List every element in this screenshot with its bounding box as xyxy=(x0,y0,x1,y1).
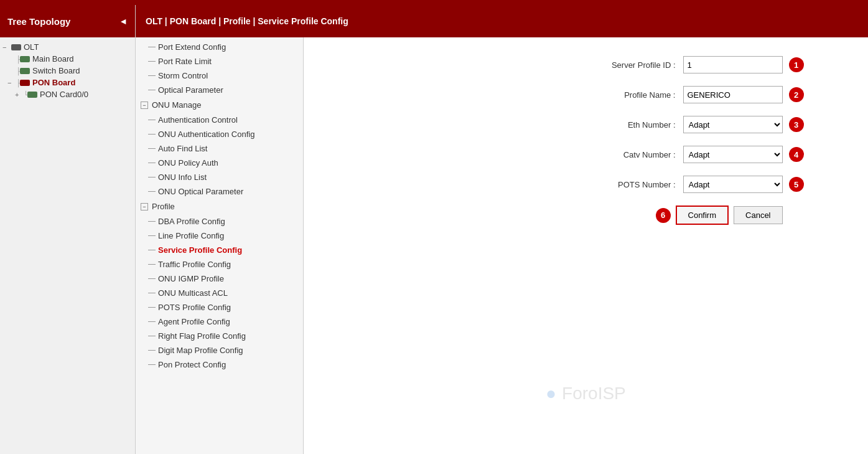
eth-number-label: Eth Number : xyxy=(559,120,683,130)
nav-item-service-profile[interactable]: Service Profile Config xyxy=(136,243,303,257)
breadcrumb: OLT | PON Board | Profile | Service Prof… xyxy=(146,16,348,26)
onu-manage-checkbox[interactable]: − xyxy=(141,102,148,109)
button-row: 6 Confirm Cancel xyxy=(368,206,804,225)
nav-label: Digit Map Profile Config xyxy=(158,346,243,355)
nav-item-digit-map-profile[interactable]: Digit Map Profile Config xyxy=(136,343,303,357)
nav-item-port-extend-config[interactable]: Port Extend Config xyxy=(136,40,303,54)
nav-label: Authentication Control xyxy=(158,115,238,125)
olt-label: OLT xyxy=(24,42,39,52)
nav-label: DBA Profile Config xyxy=(158,217,225,226)
profile-checkbox[interactable]: − xyxy=(141,203,148,210)
pots-number-label: POTS Number : xyxy=(559,180,683,189)
nav-line-icon xyxy=(148,191,156,192)
nav-line-icon xyxy=(148,75,156,76)
nav-section-onu-manage[interactable]: − ONU Manage xyxy=(136,97,303,113)
nav-line-icon xyxy=(148,278,156,279)
step-badge-5: 5 xyxy=(789,177,804,192)
catv-number-label: Catv Number : xyxy=(559,150,683,159)
tree-item-pon-board[interactable]: − ├ PON Board xyxy=(0,77,135,88)
pon-board-icon xyxy=(20,80,30,86)
pon-board-label: PON Board xyxy=(32,78,75,87)
nav-line-icon xyxy=(148,221,156,222)
nav-item-agent-profile[interactable]: Agent Profile Config xyxy=(136,314,303,329)
nav-label: Right Flag Profile Config xyxy=(158,331,246,341)
nav-item-authentication-control[interactable]: Authentication Control xyxy=(136,113,303,127)
pon-card-label: PON Card0/0 xyxy=(40,90,88,99)
eth-number-select[interactable]: Adapt 0 1 2 4 8 xyxy=(683,116,783,133)
sidebar-tree: − OLT ├ Main Board ├ Switch Board − xyxy=(0,37,135,454)
eth-number-row: Eth Number : Adapt 0 1 2 4 8 3 xyxy=(368,116,804,133)
nav-section-label: Profile xyxy=(152,202,175,211)
nav-item-onu-multicast[interactable]: ONU Multicast ACL xyxy=(136,286,303,300)
pon-board-expand-icon: − xyxy=(7,79,16,87)
sidebar-header: Tree Topology ◄ xyxy=(0,5,135,37)
nav-item-pots-profile[interactable]: POTS Profile Config xyxy=(136,300,303,314)
nav-label: Optical Parameter xyxy=(158,85,223,95)
content-area: Port Extend Config Port Rate Limit Storm… xyxy=(136,37,868,454)
form-container: Server Profile ID : 1 Profile Name : 2 E… xyxy=(368,56,804,225)
nav-label: ONU Info List xyxy=(158,173,207,182)
nav-item-onu-optical-param[interactable]: ONU Optical Parameter xyxy=(136,184,303,199)
nav-item-line-profile[interactable]: Line Profile Config xyxy=(136,229,303,243)
nav-line-icon xyxy=(148,307,156,308)
nav-line-icon xyxy=(148,293,156,293)
server-profile-id-input[interactable] xyxy=(683,56,783,73)
step-badge-6: 6 xyxy=(656,208,671,223)
nav-item-onu-policy-auth[interactable]: ONU Policy Auth xyxy=(136,156,303,170)
nav-label: Line Profile Config xyxy=(158,231,224,240)
nav-line-icon xyxy=(148,134,156,135)
nav-item-onu-info-list[interactable]: ONU Info List xyxy=(136,170,303,184)
nav-label: ONU Multicast ACL xyxy=(158,288,228,298)
nav-label: POTS Profile Config xyxy=(158,303,231,312)
watermark-text: ForoISP xyxy=(562,384,626,403)
nav-item-onu-igmp[interactable]: ONU IGMP Profile xyxy=(136,272,303,286)
nav-item-auto-find-list[interactable]: Auto Find List xyxy=(136,141,303,156)
nav-item-port-rate-limit[interactable]: Port Rate Limit xyxy=(136,54,303,69)
nav-label: Traffic Profile Config xyxy=(158,260,231,269)
nav-item-onu-auth-config[interactable]: ONU Authentication Config xyxy=(136,127,303,141)
nav-line-icon xyxy=(148,336,156,336)
nav-section-profile[interactable]: − Profile xyxy=(136,199,303,214)
catv-number-select[interactable]: Adapt 0 1 xyxy=(683,146,783,163)
switch-board-label: Switch Board xyxy=(32,66,80,75)
collapse-arrow-icon[interactable]: ◄ xyxy=(119,16,128,26)
tree-item-main-board[interactable]: ├ Main Board xyxy=(0,53,135,65)
nav-item-storm-control[interactable]: Storm Control xyxy=(136,69,303,83)
nav-label: Pon Protect Config xyxy=(158,360,226,369)
server-profile-id-row: Server Profile ID : 1 xyxy=(368,56,804,73)
sidebar-title: Tree Topology xyxy=(7,16,70,27)
nav-line-icon xyxy=(148,364,156,365)
pots-number-select[interactable]: Adapt 0 1 2 4 xyxy=(683,176,783,193)
nav-label: Port Rate Limit xyxy=(158,57,212,66)
nav-item-dba-profile[interactable]: DBA Profile Config xyxy=(136,214,303,229)
watermark: ● ForoISP xyxy=(546,381,626,404)
confirm-button[interactable]: Confirm xyxy=(676,206,729,225)
nav-line-icon xyxy=(148,90,156,90)
olt-icon xyxy=(11,44,21,50)
tree-item-switch-board[interactable]: ├ Switch Board xyxy=(0,65,135,77)
nav-item-pon-protect[interactable]: Pon Protect Config xyxy=(136,357,303,372)
nav-label: Port Extend Config xyxy=(158,42,226,52)
nav-line-icon xyxy=(148,148,156,149)
nav-item-traffic-profile[interactable]: Traffic Profile Config xyxy=(136,257,303,272)
nav-item-optical-parameter[interactable]: Optical Parameter xyxy=(136,83,303,97)
nav-line-icon xyxy=(148,120,156,120)
nav-item-right-flag-profile[interactable]: Right Flag Profile Config xyxy=(136,329,303,343)
pon-card-expand-icon: + xyxy=(15,91,24,98)
top-bar xyxy=(0,0,868,5)
cancel-button[interactable]: Cancel xyxy=(734,206,782,224)
tree-item-olt[interactable]: − OLT xyxy=(0,41,135,53)
step-badge-4: 4 xyxy=(789,147,804,162)
profile-name-label: Profile Name : xyxy=(559,90,683,100)
tree-item-pon-card[interactable]: + └ PON Card0/0 xyxy=(0,88,135,100)
nav-menu: Port Extend Config Port Rate Limit Storm… xyxy=(136,37,304,454)
nav-line-icon xyxy=(148,350,156,351)
profile-name-input[interactable] xyxy=(683,86,783,103)
nav-line-icon xyxy=(148,163,156,163)
step-badge-1: 1 xyxy=(789,57,804,72)
profile-name-row: Profile Name : 2 xyxy=(368,86,804,103)
right-panel: OLT | PON Board | Profile | Service Prof… xyxy=(136,5,868,454)
main-layout: Tree Topology ◄ − OLT ├ Main Board ├ xyxy=(0,5,868,454)
nav-line-icon xyxy=(148,321,156,322)
breadcrumb-bar: OLT | PON Board | Profile | Service Prof… xyxy=(136,5,868,37)
